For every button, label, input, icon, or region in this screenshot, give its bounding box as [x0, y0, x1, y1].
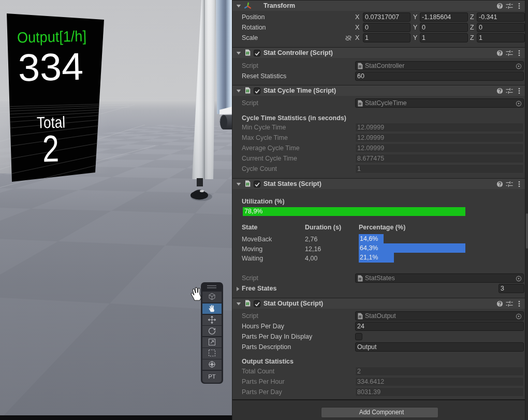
svg-text:2: 2 — [42, 128, 60, 170]
svg-text:Output[1/h]: Output[1/h] — [17, 27, 87, 46]
svg-text:334: 334 — [18, 45, 84, 90]
